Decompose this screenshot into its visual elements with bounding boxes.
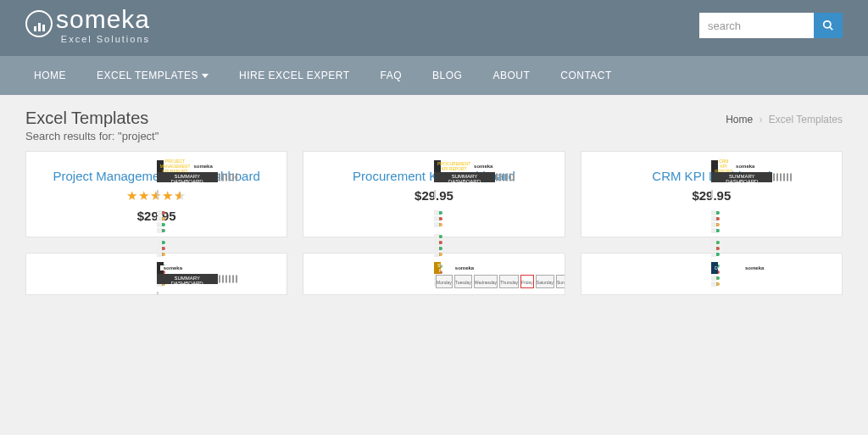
nav-faq[interactable]: FAQ xyxy=(365,56,418,95)
title-bar: Excel Templates Search results for: "pro… xyxy=(0,95,868,151)
nav-excel-templates-label: EXCEL TEMPLATES xyxy=(97,70,198,81)
logo[interactable]: someka Excel Solutions xyxy=(25,7,150,44)
product-card: PROCUREMENT KPI REPORTsomeka SUMMARY DAS… xyxy=(303,151,565,237)
nav-home[interactable]: HOME xyxy=(19,56,81,95)
page-title: Excel Templates xyxy=(25,109,159,128)
search-form xyxy=(699,13,843,38)
site-header: someka Excel Solutions xyxy=(0,0,868,56)
nav-blog[interactable]: BLOG xyxy=(417,56,477,95)
primary-nav: HOME EXCEL TEMPLATES HIRE EXCEL EXPERT F… xyxy=(0,56,868,95)
product-card: CRM KPI REPORTsomeka SUMMARY DASHBOARD xyxy=(581,151,843,237)
product-card: STUDY PLANsomeka Monday Tuesday Wednesda… xyxy=(303,253,565,295)
nav-hire-expert[interactable]: HIRE EXCEL EXPERT xyxy=(224,56,365,95)
svg-point-0 xyxy=(824,21,831,28)
page-subtitle: Search results for: "project" xyxy=(25,130,159,142)
product-card: someka SUMMARY DASHBOARD xyxy=(25,253,287,295)
logo-tagline: Excel Solutions xyxy=(56,34,150,44)
nav-excel-templates[interactable]: EXCEL TEMPLATES xyxy=(81,56,224,95)
logo-name: someka xyxy=(56,7,150,32)
search-icon xyxy=(822,20,834,31)
chevron-right-icon: › xyxy=(760,114,763,125)
svg-line-1 xyxy=(830,27,833,31)
product-grid: PROJECT MANAGEMENT KPI REPORTsomeka SUMM… xyxy=(25,151,843,295)
breadcrumb-current: Excel Templates xyxy=(769,114,843,125)
nav-about[interactable]: ABOUT xyxy=(477,56,545,95)
breadcrumb: Home › Excel Templates xyxy=(726,114,843,125)
search-input[interactable] xyxy=(699,13,814,38)
nav-contact[interactable]: CONTACT xyxy=(545,56,627,95)
product-card: PROJECT MANAGEMENT KPI REPORTsomeka SUMM… xyxy=(25,151,287,237)
search-button[interactable] xyxy=(814,13,843,38)
chevron-down-icon xyxy=(202,74,209,78)
breadcrumb-home[interactable]: Home xyxy=(726,114,753,125)
logo-bars-icon xyxy=(25,10,53,37)
